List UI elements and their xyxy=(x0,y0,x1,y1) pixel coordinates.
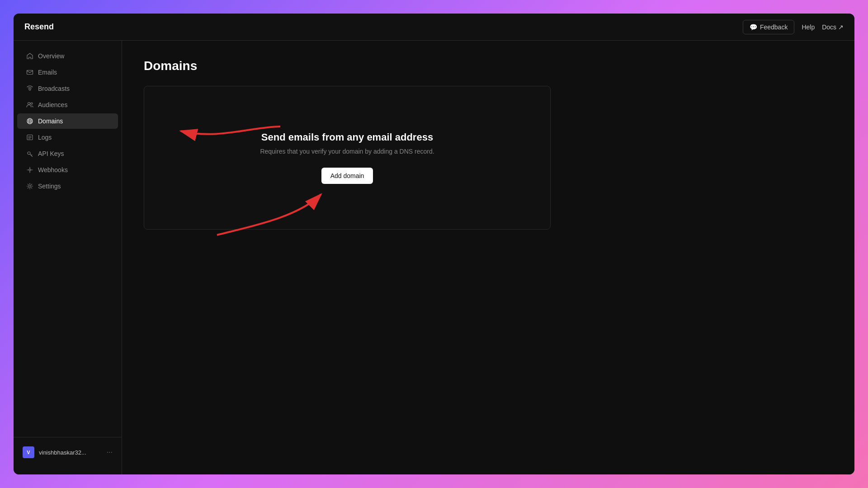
docs-label: Docs ↗ xyxy=(822,23,844,31)
sidebar-item-overview-label: Overview xyxy=(38,52,64,60)
home-icon xyxy=(26,52,33,60)
settings-icon xyxy=(26,183,33,190)
sidebar-item-audiences-label: Audiences xyxy=(38,101,67,108)
avatar: V xyxy=(23,446,34,458)
empty-state-description: Requires that you verify your domain by … xyxy=(260,148,434,155)
sidebar-item-domains-label: Domains xyxy=(38,117,63,125)
annotation-arrows xyxy=(144,86,550,229)
sidebar-item-logs[interactable]: Logs xyxy=(17,130,118,145)
sidebar-item-overview[interactable]: Overview xyxy=(17,48,118,64)
svg-point-2 xyxy=(28,103,30,105)
broadcast-icon xyxy=(26,85,33,92)
sidebar-item-audiences[interactable]: Audiences xyxy=(17,97,118,113)
sidebar-item-broadcasts-label: Broadcasts xyxy=(38,85,70,92)
user-more-icon[interactable]: ··· xyxy=(107,448,113,456)
feedback-button[interactable]: 💬 Feedback xyxy=(743,20,794,34)
key-icon xyxy=(26,150,33,157)
webhooks-icon xyxy=(26,166,33,174)
sidebar-item-webhooks[interactable]: Webhooks xyxy=(17,162,118,178)
username: vinishbhaskar32... xyxy=(39,449,86,456)
sidebar-item-emails-label: Emails xyxy=(38,69,57,76)
docs-link[interactable]: Docs ↗ xyxy=(822,23,844,31)
logs-icon xyxy=(26,134,33,141)
sidebar-item-domains[interactable]: Domains xyxy=(17,113,118,129)
empty-state-title: Send emails from any email address xyxy=(261,131,433,143)
sidebar-item-settings-label: Settings xyxy=(38,183,61,190)
user-info[interactable]: V vinishbhaskar32... ··· xyxy=(19,443,116,462)
sidebar-item-apikeys-label: API Keys xyxy=(38,150,64,157)
svg-point-9 xyxy=(29,185,31,188)
audiences-icon xyxy=(26,101,33,108)
sidebar-footer: V vinishbhaskar32... ··· xyxy=(14,437,122,467)
svg-point-1 xyxy=(29,89,31,90)
sidebar-item-emails[interactable]: Emails xyxy=(17,65,118,80)
sidebar-item-api-keys[interactable]: API Keys xyxy=(17,146,118,161)
app-window: Resend 💬 Feedback Help Docs ↗ Overview xyxy=(14,14,854,474)
topbar-actions: 💬 Feedback Help Docs ↗ xyxy=(743,20,844,34)
sidebar-item-logs-label: Logs xyxy=(38,134,52,141)
svg-point-8 xyxy=(29,169,31,171)
sidebar-item-settings[interactable]: Settings xyxy=(17,178,118,194)
main-layout: Overview Emails Broadcasts Audiences xyxy=(14,41,854,474)
app-logo: Resend xyxy=(24,22,54,32)
sidebar-item-webhooks-label: Webhooks xyxy=(38,166,68,174)
content-area: Domains Send emails from any email addre… xyxy=(122,41,854,474)
add-domain-button[interactable]: Add domain xyxy=(321,168,373,184)
sidebar-item-broadcasts[interactable]: Broadcasts xyxy=(17,81,118,96)
topbar: Resend 💬 Feedback Help Docs ↗ xyxy=(14,14,854,41)
feedback-icon: 💬 xyxy=(750,23,757,31)
sidebar: Overview Emails Broadcasts Audiences xyxy=(14,41,122,474)
page-title: Domains xyxy=(144,59,833,73)
mail-icon xyxy=(26,69,33,76)
help-link[interactable]: Help xyxy=(802,23,815,31)
empty-state-card: Send emails from any email address Requi… xyxy=(144,86,551,230)
feedback-label: Feedback xyxy=(760,23,788,31)
globe-icon xyxy=(26,117,33,125)
svg-point-3 xyxy=(31,103,33,104)
help-label: Help xyxy=(802,23,815,31)
